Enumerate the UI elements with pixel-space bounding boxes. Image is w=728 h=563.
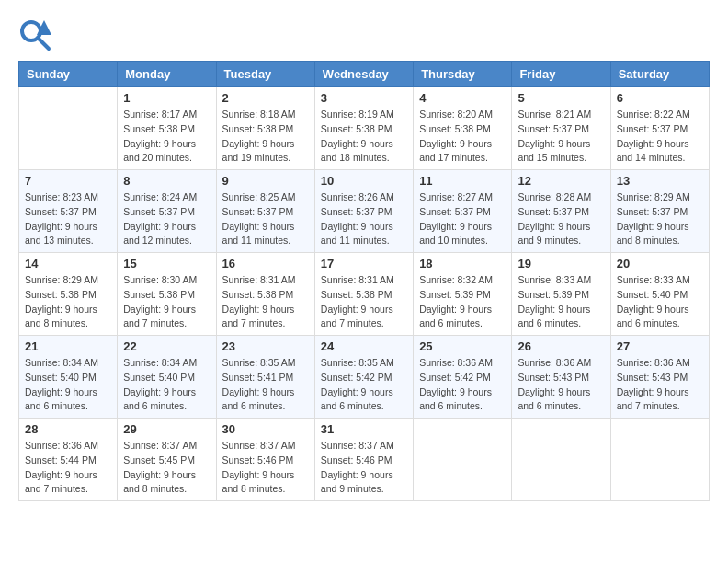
day-info: Sunrise: 8:37 AM Sunset: 5:46 PM Dayligh… xyxy=(321,439,407,497)
day-number: 9 xyxy=(222,174,309,188)
weekday-header: Monday xyxy=(118,62,216,87)
calendar-week-row: 14Sunrise: 8:29 AM Sunset: 5:38 PM Dayli… xyxy=(19,253,710,336)
day-number: 8 xyxy=(123,174,210,188)
day-info: Sunrise: 8:31 AM Sunset: 5:38 PM Dayligh… xyxy=(321,273,407,331)
calendar-cell: 29Sunrise: 8:37 AM Sunset: 5:45 PM Dayli… xyxy=(118,419,216,501)
calendar-cell xyxy=(610,419,709,501)
day-info: Sunrise: 8:17 AM Sunset: 5:38 PM Dayligh… xyxy=(123,108,210,166)
calendar-cell: 18Sunrise: 8:32 AM Sunset: 5:39 PM Dayli… xyxy=(414,253,512,336)
calendar-cell: 11Sunrise: 8:27 AM Sunset: 5:37 PM Dayli… xyxy=(414,170,512,253)
calendar-cell: 7Sunrise: 8:23 AM Sunset: 5:37 PM Daylig… xyxy=(19,170,118,253)
calendar-cell: 27Sunrise: 8:36 AM Sunset: 5:43 PM Dayli… xyxy=(610,336,709,419)
calendar-cell: 10Sunrise: 8:26 AM Sunset: 5:37 PM Dayli… xyxy=(314,170,413,253)
calendar-week-row: 21Sunrise: 8:34 AM Sunset: 5:40 PM Dayli… xyxy=(19,336,710,419)
day-number: 11 xyxy=(419,174,506,188)
calendar-cell: 13Sunrise: 8:29 AM Sunset: 5:37 PM Dayli… xyxy=(610,170,709,253)
calendar-cell: 3Sunrise: 8:19 AM Sunset: 5:38 PM Daylig… xyxy=(314,87,413,170)
calendar-cell: 21Sunrise: 8:34 AM Sunset: 5:40 PM Dayli… xyxy=(19,336,118,419)
day-number: 21 xyxy=(25,339,111,353)
calendar-cell: 20Sunrise: 8:33 AM Sunset: 5:40 PM Dayli… xyxy=(610,253,709,336)
day-number: 4 xyxy=(419,91,506,105)
day-info: Sunrise: 8:24 AM Sunset: 5:37 PM Dayligh… xyxy=(123,190,210,248)
day-info: Sunrise: 8:27 AM Sunset: 5:37 PM Dayligh… xyxy=(419,190,506,248)
calendar-cell: 16Sunrise: 8:31 AM Sunset: 5:38 PM Dayli… xyxy=(216,253,314,336)
weekday-header: Thursday xyxy=(414,62,512,87)
calendar-cell: 5Sunrise: 8:21 AM Sunset: 5:37 PM Daylig… xyxy=(512,87,610,170)
calendar-cell: 19Sunrise: 8:33 AM Sunset: 5:39 PM Dayli… xyxy=(512,253,610,336)
calendar-table: SundayMondayTuesdayWednesdayThursdayFrid… xyxy=(18,61,710,501)
day-info: Sunrise: 8:28 AM Sunset: 5:37 PM Dayligh… xyxy=(518,190,604,248)
weekday-header: Friday xyxy=(512,62,610,87)
calendar-header-row: SundayMondayTuesdayWednesdayThursdayFrid… xyxy=(19,62,710,87)
day-number: 13 xyxy=(617,174,703,188)
page-header xyxy=(18,18,710,52)
day-number: 28 xyxy=(25,422,111,436)
calendar-cell: 31Sunrise: 8:37 AM Sunset: 5:46 PM Dayli… xyxy=(314,419,413,501)
calendar-cell: 14Sunrise: 8:29 AM Sunset: 5:38 PM Dayli… xyxy=(19,253,118,336)
day-number: 31 xyxy=(321,422,407,436)
calendar-cell: 1Sunrise: 8:17 AM Sunset: 5:38 PM Daylig… xyxy=(118,87,216,170)
calendar-week-row: 7Sunrise: 8:23 AM Sunset: 5:37 PM Daylig… xyxy=(19,170,710,253)
day-number: 27 xyxy=(617,339,703,353)
day-number: 7 xyxy=(25,174,111,188)
day-number: 10 xyxy=(321,174,407,188)
day-info: Sunrise: 8:34 AM Sunset: 5:40 PM Dayligh… xyxy=(123,356,210,414)
day-number: 24 xyxy=(321,339,407,353)
calendar-cell: 28Sunrise: 8:36 AM Sunset: 5:44 PM Dayli… xyxy=(19,419,118,501)
day-number: 30 xyxy=(222,422,309,436)
day-number: 3 xyxy=(321,91,407,105)
calendar-cell: 15Sunrise: 8:30 AM Sunset: 5:38 PM Dayli… xyxy=(118,253,216,336)
calendar-cell: 26Sunrise: 8:36 AM Sunset: 5:43 PM Dayli… xyxy=(512,336,610,419)
calendar-cell: 2Sunrise: 8:18 AM Sunset: 5:38 PM Daylig… xyxy=(216,87,314,170)
day-number: 5 xyxy=(518,91,604,105)
day-info: Sunrise: 8:33 AM Sunset: 5:39 PM Dayligh… xyxy=(518,273,604,331)
day-info: Sunrise: 8:26 AM Sunset: 5:37 PM Dayligh… xyxy=(321,190,407,248)
day-number: 18 xyxy=(419,257,506,270)
calendar-cell: 9Sunrise: 8:25 AM Sunset: 5:37 PM Daylig… xyxy=(216,170,314,253)
day-number: 20 xyxy=(617,257,703,270)
day-info: Sunrise: 8:31 AM Sunset: 5:38 PM Dayligh… xyxy=(222,273,309,331)
day-info: Sunrise: 8:35 AM Sunset: 5:41 PM Dayligh… xyxy=(222,356,309,414)
day-info: Sunrise: 8:19 AM Sunset: 5:38 PM Dayligh… xyxy=(321,108,407,166)
day-number: 1 xyxy=(123,91,210,105)
calendar-cell: 4Sunrise: 8:20 AM Sunset: 5:38 PM Daylig… xyxy=(414,87,512,170)
calendar-cell xyxy=(414,419,512,501)
day-info: Sunrise: 8:34 AM Sunset: 5:40 PM Dayligh… xyxy=(25,356,111,414)
calendar-cell: 30Sunrise: 8:37 AM Sunset: 5:46 PM Dayli… xyxy=(216,419,314,501)
day-number: 22 xyxy=(123,339,210,353)
day-number: 17 xyxy=(321,257,407,270)
day-number: 26 xyxy=(518,339,604,353)
calendar-week-row: 28Sunrise: 8:36 AM Sunset: 5:44 PM Dayli… xyxy=(19,419,710,501)
day-info: Sunrise: 8:35 AM Sunset: 5:42 PM Dayligh… xyxy=(321,356,407,414)
day-number: 29 xyxy=(123,422,210,436)
calendar-week-row: 1Sunrise: 8:17 AM Sunset: 5:38 PM Daylig… xyxy=(19,87,710,170)
day-info: Sunrise: 8:20 AM Sunset: 5:38 PM Dayligh… xyxy=(419,108,506,166)
day-info: Sunrise: 8:36 AM Sunset: 5:43 PM Dayligh… xyxy=(518,356,604,414)
weekday-header: Sunday xyxy=(19,62,118,87)
day-number: 14 xyxy=(25,257,111,270)
day-number: 6 xyxy=(617,91,703,105)
day-info: Sunrise: 8:30 AM Sunset: 5:38 PM Dayligh… xyxy=(123,273,210,331)
calendar-cell: 17Sunrise: 8:31 AM Sunset: 5:38 PM Dayli… xyxy=(314,253,413,336)
day-info: Sunrise: 8:33 AM Sunset: 5:40 PM Dayligh… xyxy=(617,273,703,331)
weekday-header: Wednesday xyxy=(314,62,413,87)
calendar-cell: 8Sunrise: 8:24 AM Sunset: 5:37 PM Daylig… xyxy=(118,170,216,253)
day-number: 15 xyxy=(123,257,210,270)
day-info: Sunrise: 8:32 AM Sunset: 5:39 PM Dayligh… xyxy=(419,273,506,331)
day-number: 2 xyxy=(222,91,309,105)
day-info: Sunrise: 8:29 AM Sunset: 5:38 PM Dayligh… xyxy=(25,273,111,331)
calendar-cell xyxy=(512,419,610,501)
day-info: Sunrise: 8:25 AM Sunset: 5:37 PM Dayligh… xyxy=(222,190,309,248)
day-number: 25 xyxy=(419,339,506,353)
logo xyxy=(18,18,55,52)
day-info: Sunrise: 8:18 AM Sunset: 5:38 PM Dayligh… xyxy=(222,108,309,166)
day-number: 12 xyxy=(518,174,604,188)
day-info: Sunrise: 8:37 AM Sunset: 5:46 PM Dayligh… xyxy=(222,439,309,497)
day-info: Sunrise: 8:36 AM Sunset: 5:42 PM Dayligh… xyxy=(419,356,506,414)
day-info: Sunrise: 8:37 AM Sunset: 5:45 PM Dayligh… xyxy=(123,439,210,497)
day-info: Sunrise: 8:23 AM Sunset: 5:37 PM Dayligh… xyxy=(25,190,111,248)
day-info: Sunrise: 8:29 AM Sunset: 5:37 PM Dayligh… xyxy=(617,190,703,248)
calendar-cell: 6Sunrise: 8:22 AM Sunset: 5:37 PM Daylig… xyxy=(610,87,709,170)
day-info: Sunrise: 8:36 AM Sunset: 5:44 PM Dayligh… xyxy=(25,439,111,497)
calendar-cell: 24Sunrise: 8:35 AM Sunset: 5:42 PM Dayli… xyxy=(314,336,413,419)
